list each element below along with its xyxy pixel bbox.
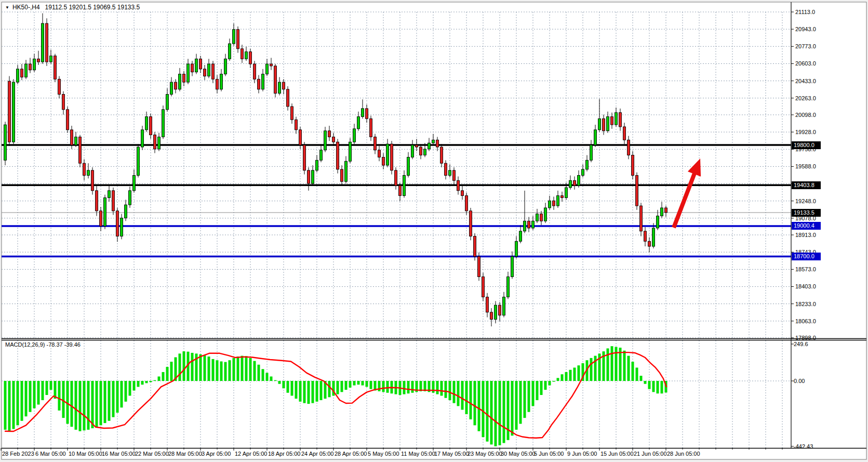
candlestick [648,241,651,246]
candlestick [283,82,285,89]
chart-title: ▼HK50-,H419112.5 19201.5 19069.5 19133.5 [5,4,140,11]
candlestick [598,118,601,129]
date-tick-label: 9 Jun 05:00 [567,451,597,457]
date-tick-label: 10 Mar 05:00 [69,451,102,457]
candlestick [278,82,281,93]
candlestick [50,56,52,62]
candlestick [399,186,402,196]
candlestick [46,23,48,62]
candlestick [386,144,389,165]
candlestick [424,149,426,155]
candlestick [627,140,630,155]
candlestick [212,64,215,79]
candlestick [594,130,597,145]
candlestick [582,169,584,176]
candlestick [83,163,86,175]
candlestick [636,176,638,206]
candlestick [428,143,431,149]
candlestick [407,157,410,175]
price-tick-label: 20433.0 [795,78,816,85]
candlestick [29,64,32,70]
date-tick-label: 23 May 05:00 [468,451,502,457]
candlestick [253,64,256,79]
candlestick [644,231,647,242]
price-tick-label: 19248.0 [795,198,816,205]
candlestick [4,125,7,160]
candlestick [345,161,348,181]
candlestick [657,216,659,228]
candlestick [312,170,314,183]
candlestick [287,89,289,107]
candlestick [440,147,443,163]
chart-window: ▼HK50-,H419112.5 19201.5 19069.5 19133.5… [0,0,868,462]
candlestick [262,74,264,89]
candlestick [436,140,439,147]
candlestick [420,147,422,155]
price-tick-label: 20943.0 [795,26,816,33]
candlestick [382,157,385,165]
candlestick [79,137,82,163]
price-tag-19000.4: 19000.4 [792,222,821,230]
date-tick-label: 17 May 05:00 [434,451,469,457]
candlestick [137,147,140,176]
macd-indicator-label: MACD(12,26,9) -78.37 -39.46 [5,341,81,348]
candlestick [308,170,310,183]
candlestick [362,109,364,117]
candlestick [540,214,543,221]
candlestick [503,297,505,315]
price-tick-label: 20603.0 [795,60,816,67]
price-tick-label: 21113.0 [795,9,815,16]
candlestick [449,170,451,176]
date-tick-label: 12 Apr 05:00 [235,451,267,457]
candlestick [411,145,414,157]
date-tick-label: 24 Apr 05:00 [301,451,333,457]
dropdown-icon[interactable]: ▼ [5,5,9,10]
candlestick [183,74,185,83]
candlestick [482,277,485,297]
candlestick [603,118,605,130]
candlestick [611,116,613,125]
candlestick [170,82,173,94]
candlestick [544,208,547,221]
date-tick-label: 5 Jun 05:00 [534,451,564,457]
candlestick [324,131,327,150]
price-tick-label: 17898.0 [795,335,816,341]
candlestick [274,66,277,94]
candlestick [299,130,302,145]
candlestick [303,145,306,170]
candlestick [108,191,111,198]
candlestick [652,228,655,246]
macd-tick-label: 249.6 [794,341,808,348]
date-tick-label: 11 May 05:00 [401,451,435,457]
candlestick [586,160,589,169]
candlestick [515,241,518,256]
candlestick [432,140,435,143]
candlestick [158,137,161,149]
candlestick [370,118,372,137]
price-tag-19403.8: 19403.8 [792,181,821,189]
price-tick-label: 18403.0 [795,283,816,290]
candlestick [237,30,239,49]
candlestick [357,116,360,128]
candlestick [457,180,460,191]
date-tick-label: 22 Mar 05:00 [135,451,169,457]
candlestick [623,127,626,140]
candlestick [266,64,269,74]
candlestick [519,231,522,242]
candlestick [270,64,273,66]
candlestick [490,312,493,320]
candlestick [353,129,356,142]
date-tick-label: 21 Jun 05:00 [634,451,667,457]
candlestick [241,49,244,59]
chart-canvas[interactable] [0,0,868,462]
candlestick [632,155,634,176]
candlestick [129,191,131,205]
candlestick [320,150,323,161]
candlestick [549,201,551,208]
candlestick [478,257,480,277]
candlestick [195,59,198,72]
candlestick [150,116,152,135]
candlestick [229,44,231,59]
candlestick [220,74,223,89]
candlestick [91,170,94,191]
